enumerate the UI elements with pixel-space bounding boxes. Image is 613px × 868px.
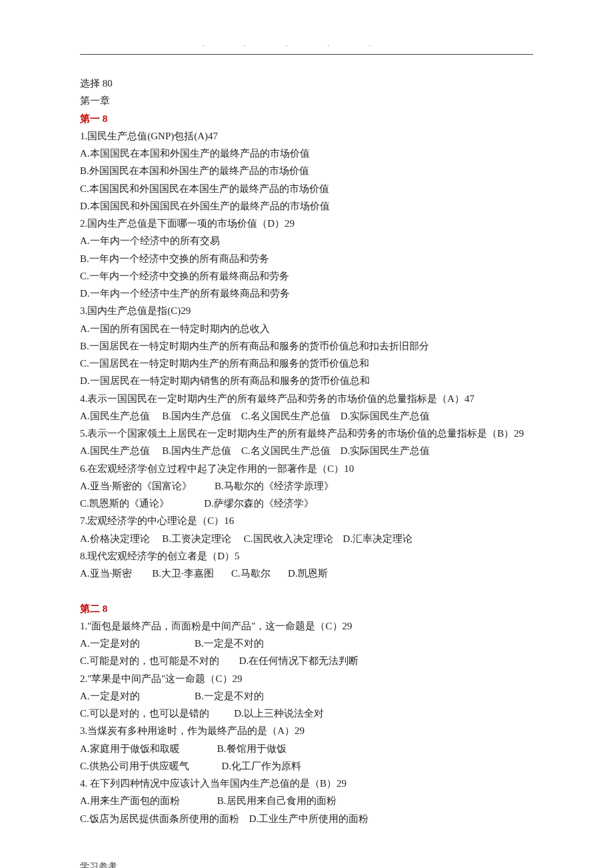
s1-q2-a: A.一年内一个经济中的所有交易: [80, 232, 533, 249]
s2-q4-row1: A.用来生产面包的面粉 B.居民用来自己食用的面粉: [80, 792, 533, 809]
s1-q6-row1: A.亚当·斯密的《国富论》 B.马歇尔的《经济学原理》: [80, 477, 533, 495]
s2-q2-stem: 2."苹果是中间产品"这一命题（C）29: [80, 670, 533, 687]
s1-q4-stem: 4.表示一国国民在一定时期内生产的所有最终产品和劳务的市场价值的总量指标是（A）…: [80, 390, 533, 407]
document-page: ..... 选择 80 第一章 第一 8 1.国民生产总值(GNP)包括(A)4…: [0, 0, 613, 868]
s1-q1-c: C.本国国民和外国国民在本国生产的最终产品的市场价值: [80, 180, 533, 197]
intro-chapter: 第一章: [80, 92, 533, 109]
s1-q2-stem: 2.国内生产总值是下面哪一项的市场价值（D）29: [80, 215, 533, 232]
s1-q7-stem: 7.宏观经济学的中心理论是（C）16: [80, 512, 533, 529]
s1-q3-d: D.一国居民在一特定时期内销售的所有商品和服务的货币价值总和: [80, 372, 533, 389]
header-dots: .....: [80, 40, 533, 47]
s1-q2-b: B.一年内一个经济中交换的所有商品和劳务: [80, 250, 533, 267]
s2-q4-stem: 4. 在下列四种情况中应该计入当年国内生产总值的是（B）29: [80, 775, 533, 792]
s1-q5-stem: 5.表示一个国家领土上居民在一定时期内生产的所有最终产品和劳务的市场价值的总量指…: [80, 425, 533, 442]
section2-header: 第二 8: [80, 600, 533, 617]
s1-q1-a: A.本国国民在本国和外国生产的最终产品的市场价值: [80, 145, 533, 162]
intro-select: 选择 80: [80, 75, 533, 92]
s1-q1-b: B.外国国民在本国和外国生产的最终产品的市场价值: [80, 162, 533, 179]
s2-q2-row1: A.一定是对的 B.一定是不对的: [80, 687, 533, 705]
s2-q1-row2: C.可能是对的，也可能是不对的 D.在任何情况下都无法判断: [80, 652, 533, 669]
s2-q1-row1: A.一定是对的 B.一定是不对的: [80, 635, 533, 652]
s1-q3-c: C.一国居民在一特定时期内生产的所有商品和服务的货币价值总和: [80, 355, 533, 372]
s2-q2-row2: C.可以是对的，也可以是错的 D.以上三种说法全对: [80, 705, 533, 722]
s1-q3-b: B.一国居民在一特定时期内生产的所有商品和服务的货币价值总和扣去折旧部分: [80, 337, 533, 355]
s2-q3-stem: 3.当煤炭有多种用途时，作为最终产品的是（A）29: [80, 722, 533, 739]
s1-q8-stem: 8.现代宏观经济学的创立者是（D）5: [80, 547, 533, 565]
s1-q3-stem: 3.国内生产总值是指(C)29: [80, 302, 533, 319]
s2-q3-row2: C.供热公司用于供应暖气 D.化工厂作为原料: [80, 757, 533, 775]
s2-q4-row2: C.饭店为居民提供面条所使用的面粉 D.工业生产中所使用的面粉: [80, 810, 533, 827]
s1-q2-c: C.一年内一个经济中交换的所有最终商品和劳务: [80, 267, 533, 285]
s1-q6-row2: C.凯恩斯的《通论》 D.萨缪尔森的《经济学》: [80, 495, 533, 512]
s1-q5-opts: A.国民生产总值 B.国内生产总值 C.名义国民生产总值 D.实际国民生产总值: [80, 442, 533, 459]
section1-header: 第一 8: [80, 110, 533, 127]
s1-q1-d: D.本国国民和外国国民在外国生产的最终产品的市场价值: [80, 197, 533, 215]
s1-q1-stem: 1.国民生产总值(GNP)包括(A)47: [80, 127, 533, 145]
top-rule: [80, 54, 533, 55]
s1-q8-opts: A.亚当·斯密 B.大卫·李嘉图 C.马歇尔 D.凯恩斯: [80, 565, 533, 582]
s1-q3-a: A.一国的所有国民在一特定时期内的总收入: [80, 320, 533, 337]
s2-q3-row1: A.家庭用于做饭和取暖 B.餐馆用于做饭: [80, 740, 533, 757]
s1-q2-d: D.一年内一个经济中生产的所有最终商品和劳务: [80, 285, 533, 302]
s1-q7-opts: A.价格决定理论 B.工资决定理论 C.国民收入决定理论 D.汇率决定理论: [80, 530, 533, 547]
s1-q6-stem: 6.在宏观经济学创立过程中起了决定作用的一部著作是（C）10: [80, 460, 533, 477]
footer-text: 学习参考: [80, 861, 533, 868]
s2-q1-stem: 1."面包是最终产品，而面粉是中间产品"，这一命题是（C）29: [80, 617, 533, 635]
s1-q4-opts: A.国民生产总值 B.国内生产总值 C.名义国民生产总值 D.实际国民生产总值: [80, 407, 533, 425]
blank-gap: [80, 582, 533, 599]
